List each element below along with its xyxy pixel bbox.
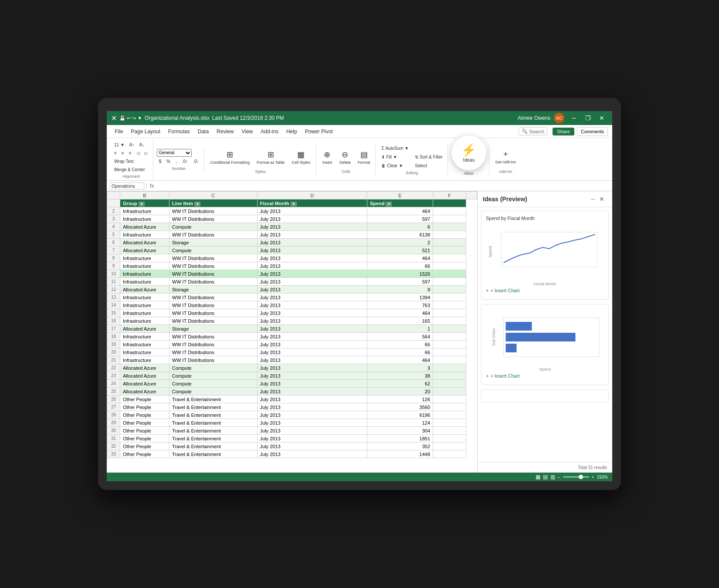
cell-spend[interactable]: 165 (367, 317, 433, 325)
cell-fiscalmonth[interactable]: July 2013 (257, 341, 367, 348)
zoom-slider[interactable] (563, 476, 589, 478)
cell-lineitem[interactable]: WW IT Distributions (169, 215, 257, 223)
header-group[interactable]: Group ▼ (120, 199, 170, 207)
font-increase[interactable]: A↑ (127, 141, 137, 149)
cell-spend[interactable]: 1526 (367, 270, 433, 278)
cell-fiscalmonth[interactable]: July 2013 (257, 239, 367, 247)
ideas-pin-button[interactable]: ─ (591, 195, 595, 203)
menu-review[interactable]: Review (213, 127, 237, 136)
cell-fiscalmonth[interactable]: July 2013 (257, 403, 367, 411)
cell-spend[interactable]: 352 (367, 443, 433, 450)
filter-group-icon[interactable]: ▼ (139, 202, 145, 206)
cell-group[interactable]: Infrastructure (120, 356, 170, 364)
filter-spend-icon[interactable]: ▼ (386, 202, 392, 206)
ideas-panel-close-button[interactable]: ✕ (597, 195, 607, 203)
cell-lineitem[interactable]: WW IT Distributions (169, 278, 257, 286)
cell-styles-btn[interactable]: ▦ Cell Styles (289, 146, 313, 169)
decimal-decrease[interactable]: .0↓ (191, 158, 201, 166)
cell-group[interactable]: Other People (120, 403, 170, 411)
cell-spend[interactable]: 3560 (367, 403, 433, 411)
cell-spend[interactable]: 763 (367, 301, 433, 309)
font-size-decrease[interactable]: 11 ▼ (112, 141, 127, 149)
cell-lineitem[interactable]: Travel & Entertainment (169, 450, 257, 458)
menu-addins[interactable]: Add-ins (257, 127, 282, 136)
cell-lineitem[interactable]: WW IT Distributions (169, 317, 257, 325)
cell-fiscalmonth[interactable]: July 2013 (257, 333, 367, 341)
number-format-select[interactable]: General (157, 149, 192, 157)
cell-group[interactable]: Other People (120, 411, 170, 419)
cell-fiscalmonth[interactable]: July 2013 (257, 348, 367, 356)
cell-fiscalmonth[interactable]: July 2013 (257, 450, 367, 458)
cell-group[interactable]: Infrastructure (120, 270, 170, 278)
search-box[interactable]: 🔍 Search (519, 127, 548, 135)
share-button[interactable]: Share (553, 128, 574, 135)
cell-spend[interactable]: 66 (367, 341, 433, 348)
minimize-button[interactable]: ─ (568, 114, 580, 122)
cell-group[interactable]: Allocated Azure (120, 239, 170, 247)
cell-fiscalmonth[interactable]: July 2013 (257, 262, 367, 270)
font-decrease[interactable]: A↓ (137, 141, 146, 149)
cell-spend[interactable]: 304 (367, 427, 433, 435)
filter-lineitem-icon[interactable]: ▼ (194, 202, 200, 206)
cell-lineitem[interactable]: WW IT Distributions (169, 309, 257, 317)
cell-fiscalmonth[interactable]: July 2013 (257, 309, 367, 317)
align-left[interactable]: ≡ (112, 149, 119, 157)
autosum-btn[interactable]: Σ AutoSum ▼ (379, 145, 411, 152)
cell-spend[interactable]: 597 (367, 215, 433, 223)
indent-decrease[interactable]: ◁ (134, 149, 142, 157)
header-spend[interactable]: Spend ▼ (367, 199, 433, 207)
cell-spend[interactable]: 521 (367, 247, 433, 254)
cell-spend[interactable]: 66 (367, 262, 433, 270)
align-center[interactable]: ≡ (119, 149, 126, 157)
cell-group[interactable]: Allocated Azure (120, 223, 170, 231)
insert-chart-btn-2[interactable]: + + Insert Chart (486, 372, 519, 380)
cell-lineitem[interactable]: Compute (169, 372, 257, 380)
cell-group[interactable]: Allocated Azure (120, 380, 170, 388)
menu-powerpivot[interactable]: Power Pivot (302, 127, 336, 136)
cell-lineitem[interactable]: Travel & Entertainment (169, 435, 257, 443)
cell-group[interactable]: Other People (120, 450, 170, 458)
merge-center-btn[interactable]: Merge & Center (112, 166, 147, 173)
cell-spend[interactable]: 124 (367, 419, 433, 427)
cell-lineitem[interactable]: Travel & Entertainment (169, 403, 257, 411)
fill-btn[interactable]: ⬇ Fill ▼ (379, 153, 411, 161)
cell-lineitem[interactable]: Travel & Entertainment (169, 419, 257, 427)
cell-group[interactable]: Allocated Azure (120, 388, 170, 395)
cell-fiscalmonth[interactable]: July 2013 (257, 317, 367, 325)
cell-fiscalmonth[interactable]: July 2013 (257, 286, 367, 294)
col-b[interactable]: B (120, 192, 170, 199)
cell-lineitem[interactable]: Storage (169, 325, 257, 333)
cell-group[interactable]: Other People (120, 427, 170, 435)
col-f[interactable]: F (433, 192, 466, 199)
cell-spend[interactable]: 3 (367, 364, 433, 372)
header-lineitem[interactable]: Line Item ▼ (169, 199, 257, 207)
cell-spend[interactable]: 9 (367, 286, 433, 294)
cell-fiscalmonth[interactable]: July 2013 (257, 364, 367, 372)
cell-group[interactable]: Infrastructure (120, 317, 170, 325)
cell-spend[interactable]: 564 (367, 333, 433, 341)
cell-fiscalmonth[interactable]: July 2013 (257, 380, 367, 388)
cell-fiscalmonth[interactable]: July 2013 (257, 207, 367, 215)
align-right[interactable]: ≡ (127, 149, 134, 157)
cell-spend[interactable]: 66 (367, 348, 433, 356)
cell-group[interactable]: Infrastructure (120, 215, 170, 223)
cell-lineitem[interactable]: Travel & Entertainment (169, 427, 257, 435)
cell-fiscalmonth[interactable]: July 2013 (257, 301, 367, 309)
page-layout-btn[interactable]: ▤ (543, 474, 548, 480)
cell-fiscalmonth[interactable]: July 2013 (257, 411, 367, 419)
cell-lineitem[interactable]: WW IT Distributions (169, 207, 257, 215)
cell-group[interactable]: Infrastructure (120, 254, 170, 262)
clear-btn[interactable]: 🗑 Clear ▼ (379, 162, 411, 170)
col-c[interactable]: C (169, 192, 257, 199)
cell-lineitem[interactable]: WW IT Distributions (169, 333, 257, 341)
cell-fiscalmonth[interactable]: July 2013 (257, 325, 367, 333)
cell-fiscalmonth[interactable]: July 2013 (257, 278, 367, 286)
get-addins-btn[interactable]: + Get Add-ins (493, 146, 519, 169)
col-e[interactable]: E (367, 192, 433, 199)
cell-fiscalmonth[interactable]: July 2013 (257, 247, 367, 254)
cell-group[interactable]: Other People (120, 395, 170, 403)
cell-group[interactable]: Infrastructure (120, 207, 170, 215)
cell-lineitem[interactable]: WW IT Distributions (169, 294, 257, 301)
cell-spend[interactable]: 126 (367, 395, 433, 403)
cell-lineitem[interactable]: Compute (169, 223, 257, 231)
